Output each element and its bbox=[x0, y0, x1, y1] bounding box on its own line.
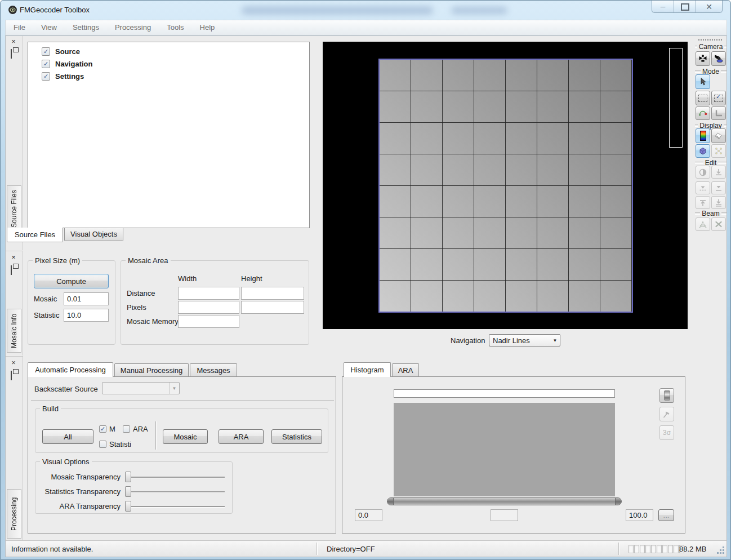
distance-width-input[interactable] bbox=[178, 287, 239, 300]
dock-close-icon[interactable]: × bbox=[9, 254, 18, 261]
tab-manual-processing[interactable]: Manual Processing bbox=[114, 363, 189, 377]
maximize-button[interactable] bbox=[674, 1, 696, 13]
colormap-toggle-button[interactable] bbox=[659, 388, 674, 403]
histogram-min-input[interactable] bbox=[355, 509, 382, 521]
edit-drop-dashed-button[interactable] bbox=[696, 181, 710, 194]
camera-orbit-icon bbox=[698, 54, 707, 63]
mosaic-memory-input[interactable] bbox=[178, 315, 239, 328]
menu-file[interactable]: File bbox=[6, 20, 33, 35]
mosaic-transparency-slider[interactable] bbox=[126, 477, 225, 478]
statistic-pixel-input[interactable] bbox=[64, 309, 109, 322]
dock-float-icon[interactable] bbox=[11, 371, 12, 380]
right-toolbar: Camera Mode ✓ Display bbox=[695, 36, 728, 541]
range-max-handle[interactable] bbox=[615, 498, 621, 505]
compute-button[interactable]: Compute bbox=[34, 274, 109, 288]
dock-tab-processing[interactable]: Processing bbox=[7, 489, 21, 539]
colormap-strip[interactable] bbox=[394, 389, 615, 398]
mosaic-pixel-input[interactable] bbox=[64, 292, 109, 305]
tab-visual-objects[interactable]: Visual Objects bbox=[64, 228, 123, 241]
histogram-max-input[interactable] bbox=[626, 509, 653, 521]
tree-item-navigation[interactable]: ✓ Navigation bbox=[28, 57, 309, 70]
histogram-plot-area[interactable] bbox=[394, 403, 615, 496]
histogram-options-button[interactable]: ... bbox=[658, 509, 674, 521]
minimize-button[interactable]: ─ bbox=[652, 1, 674, 13]
status-bar: Information not available. Directory=OFF… bbox=[5, 540, 727, 557]
checkbox-ara[interactable] bbox=[123, 425, 130, 433]
build-mosaic-button[interactable]: Mosaic bbox=[163, 429, 208, 444]
edit-drop-line-button[interactable] bbox=[711, 181, 726, 194]
title-bar[interactable]: FMGeocoder Toolbox ─ ✕ bbox=[1, 1, 730, 20]
tree-item-source[interactable]: ✓ Source bbox=[28, 45, 309, 57]
dock-close-icon[interactable]: × bbox=[9, 38, 18, 46]
edit-shift-down-button[interactable] bbox=[711, 166, 726, 179]
build-ara-button[interactable]: ARA bbox=[219, 429, 264, 444]
mode-select-check-button[interactable]: ✓ bbox=[711, 91, 726, 105]
edit-raise-button[interactable] bbox=[696, 196, 710, 209]
display-3d-box-button[interactable] bbox=[696, 144, 710, 158]
menu-processing[interactable]: Processing bbox=[107, 20, 159, 35]
dock-tab-source-files[interactable]: Source Files bbox=[7, 185, 21, 233]
mode-path-button[interactable] bbox=[696, 106, 710, 120]
toolbar-grip[interactable] bbox=[698, 39, 723, 41]
dashed-rect-check-icon: ✓ bbox=[714, 95, 723, 102]
backscatter-source-label: Backscatter Source bbox=[34, 385, 98, 393]
checkbox-mosaic[interactable]: ✓ bbox=[99, 425, 106, 433]
backscatter-source-combo[interactable]: ▼ bbox=[102, 382, 180, 394]
three-sigma-button[interactable]: 3σ bbox=[659, 425, 674, 440]
dock-float-icon[interactable] bbox=[11, 265, 12, 275]
menu-settings[interactable]: Settings bbox=[65, 20, 107, 35]
range-min-handle[interactable] bbox=[387, 498, 394, 505]
menu-help[interactable]: Help bbox=[192, 20, 223, 35]
checkbox-statistics[interactable] bbox=[99, 441, 106, 448]
close-button[interactable]: ✕ bbox=[696, 1, 722, 13]
height-header: Height bbox=[241, 274, 262, 283]
pixels-height-input[interactable] bbox=[241, 301, 304, 314]
tab-ara[interactable]: ARA bbox=[392, 363, 419, 377]
mosaic-grid[interactable] bbox=[378, 59, 633, 313]
checkbox-settings[interactable]: ✓ bbox=[42, 72, 50, 81]
camera-orbit-button[interactable] bbox=[696, 51, 710, 66]
mode-angle-button[interactable] bbox=[711, 106, 726, 120]
edit-lower-button[interactable] bbox=[711, 196, 726, 209]
display-eraser-button[interactable] bbox=[711, 128, 726, 143]
mode-pointer-button[interactable] bbox=[696, 74, 710, 89]
edit-contrast-button[interactable] bbox=[696, 166, 710, 179]
resize-grip[interactable] bbox=[723, 552, 724, 554]
tab-messages[interactable]: Messages bbox=[190, 363, 237, 377]
mosaic-transparency-handle[interactable] bbox=[125, 472, 131, 482]
navigation-value: Nadir Lines bbox=[493, 336, 530, 345]
dock-close-icon[interactable]: × bbox=[9, 359, 18, 367]
tree-item-settings[interactable]: ✓ Settings bbox=[28, 70, 309, 82]
histogram-range-slider[interactable] bbox=[387, 497, 622, 505]
ara-transparency-slider[interactable] bbox=[126, 506, 225, 507]
menu-tools[interactable]: Tools bbox=[159, 20, 191, 35]
statistics-transparency-handle[interactable] bbox=[125, 486, 131, 497]
tab-source-files[interactable]: Source Files bbox=[7, 228, 63, 242]
app-window: FMGeocoder Toolbox ─ ✕ File View Setting… bbox=[0, 0, 731, 560]
mode-select-rect-button[interactable] bbox=[696, 91, 710, 105]
map-view[interactable] bbox=[323, 42, 688, 329]
dock-tab-mosaic-info[interactable]: Mosaic Info bbox=[7, 309, 21, 353]
statistics-transparency-slider[interactable] bbox=[126, 491, 225, 492]
histogram-build-button[interactable] bbox=[659, 407, 674, 421]
separator bbox=[317, 543, 318, 555]
tab-histogram[interactable]: Histogram bbox=[344, 362, 391, 377]
histogram-center-input[interactable] bbox=[491, 509, 518, 521]
display-colormap-button[interactable] bbox=[696, 128, 710, 143]
build-statistics-button[interactable]: Statistics bbox=[271, 429, 322, 444]
arrow-down-to-line-icon bbox=[714, 168, 723, 177]
build-all-button[interactable]: All bbox=[42, 429, 93, 444]
display-network-button[interactable] bbox=[711, 144, 726, 158]
dock-float-icon[interactable] bbox=[11, 49, 12, 59]
pixels-width-input[interactable] bbox=[178, 301, 239, 314]
distance-height-input[interactable] bbox=[241, 287, 304, 300]
ara-transparency-handle[interactable] bbox=[125, 501, 131, 512]
beam-cut-button[interactable] bbox=[711, 217, 726, 231]
navigation-combo[interactable]: Nadir Lines ▼ bbox=[489, 334, 560, 346]
checkbox-source[interactable]: ✓ bbox=[42, 47, 50, 56]
tab-automatic-processing[interactable]: Automatic Processing bbox=[28, 362, 113, 377]
camera-target-button[interactable] bbox=[711, 51, 726, 66]
beam-pattern-button[interactable] bbox=[696, 217, 710, 231]
menu-view[interactable]: View bbox=[33, 20, 65, 35]
checkbox-navigation[interactable]: ✓ bbox=[42, 60, 50, 68]
